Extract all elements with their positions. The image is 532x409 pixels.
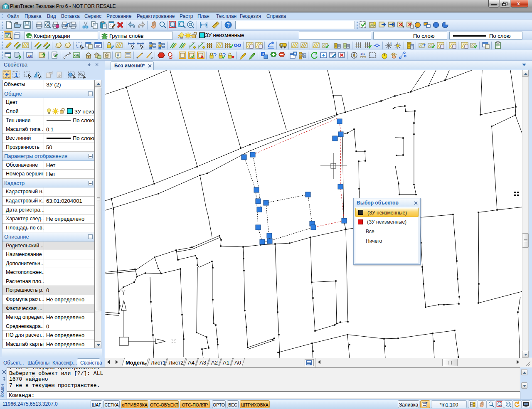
svg-text:A: A xyxy=(47,23,49,27)
svg-text:1: 1 xyxy=(15,72,18,78)
svg-text:?: ? xyxy=(227,22,230,28)
svg-text:XML: XML xyxy=(74,54,80,57)
svg-text:1:1: 1:1 xyxy=(360,52,365,56)
svg-text:1: 1 xyxy=(390,42,392,45)
svg-text:#: # xyxy=(117,53,119,57)
